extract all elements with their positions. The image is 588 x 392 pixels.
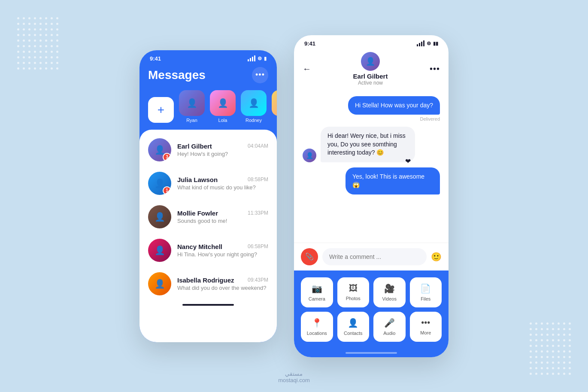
action-camera[interactable]: 📷 Camera [301, 277, 333, 307]
signal-icon [248, 55, 255, 61]
wifi-icon: ⊜ [258, 55, 262, 61]
back-button[interactable]: ← [303, 64, 311, 74]
paperclip-icon: 📎 [305, 252, 314, 261]
home-bar [182, 304, 234, 306]
chat-item-isabella[interactable]: 👤 Isabella Rodriguez 09:43PM What did yo… [139, 267, 277, 301]
chat-info-nancy: Nancy Mitchell 06:58PM Hi Tina. How's yo… [177, 243, 268, 258]
chat-time-nancy: 06:58PM [248, 243, 268, 249]
chat-avatar-earl: 👤 3 [148, 138, 171, 161]
story-avatar-susie: 👤 [272, 90, 277, 116]
chat-header: ← 👤 Earl Gilbert Active now ••• [294, 49, 449, 91]
chat-preview-mollie: Sounds good to me! [177, 218, 268, 224]
home-indicator-chat [294, 349, 449, 357]
chat-more-options-button[interactable]: ••• [430, 64, 440, 74]
chat-name-mollie: Mollie Fowler [177, 210, 218, 217]
chat-name-julia: Julia Lawson [177, 176, 218, 183]
chat-preview-earl: Hey! How's it going? [177, 151, 268, 157]
phone-chat: 9:41 ⊜ ▮▮ ← 👤 Earl Gilbert Active [294, 35, 449, 357]
wifi-icon-chat: ⊜ [427, 40, 431, 46]
messages-area: Hi Stella! How was your day? Delivered 👤… [294, 91, 449, 243]
action-contacts[interactable]: 👤 Contacts [337, 312, 370, 342]
files-icon: 📄 [420, 283, 431, 294]
chat-info-earl: Earl Gilbert 04:04AM Hey! How's it going… [177, 143, 268, 157]
action-locations[interactable]: 📍 Locations [301, 312, 333, 342]
watermark-name: مستقي [278, 371, 310, 377]
videos-icon: 🎥 [384, 283, 395, 294]
watermark-url: mostaqi.com [278, 377, 310, 383]
more-icon: ••• [421, 318, 430, 328]
chat-item-nancy[interactable]: 👤 Nancy Mitchell 06:58PM Hi Tina. How's … [139, 234, 277, 267]
chat-info-isabella: Isabella Rodriguez 09:43PM What did you … [177, 277, 268, 291]
story-name-lola: Lola [218, 118, 227, 123]
chat-name-earl: Earl Gilbert [177, 143, 212, 150]
status-bar-messages: 9:41 ⊜ ▮ [139, 50, 277, 64]
message-bubble-in-1: Hi dear! Wery nice, but i miss you, Do y… [321, 127, 415, 162]
action-photos[interactable]: 🖼 Photos [337, 277, 370, 307]
message-out-1: Hi Stella! How was your day? Delivered [303, 96, 440, 122]
action-videos[interactable]: 🎥 Videos [373, 277, 406, 307]
messages-title: Messages [148, 68, 206, 82]
message-delivered-status: Delivered [420, 116, 440, 122]
badge-earl: 3 [163, 153, 171, 161]
more-options-button[interactable]: ••• [252, 67, 268, 83]
home-indicator-messages [139, 301, 277, 309]
photos-label: Photos [346, 296, 361, 301]
files-label: Files [421, 296, 430, 301]
story-item-rodney[interactable]: 👤 Rodney [241, 90, 267, 123]
add-story-button[interactable]: + [148, 97, 174, 123]
audio-label: Audio [383, 331, 395, 336]
chat-avatar-isabella: 👤 [148, 272, 171, 295]
story-row: + 👤 Ryan 👤 Lola 👤 Rodney [139, 88, 277, 130]
emoji-button[interactable]: 🙂 [431, 252, 442, 262]
chat-item-mollie[interactable]: 👤 Mollie Fowler 11:33PM Sounds good to m… [139, 200, 277, 234]
decorative-dots-right: for(let i=0;i<80;i++) document.write('<d… [530, 322, 571, 375]
time-chat: 9:41 [304, 40, 315, 47]
story-item-ryan[interactable]: 👤 Ryan [179, 90, 205, 123]
camera-label: Camera [309, 296, 325, 301]
message-bubble-out-2: Yes, look! This is awesome 😱 [346, 167, 440, 194]
plus-icon: + [158, 103, 164, 117]
story-avatar-rodney: 👤 [241, 90, 267, 116]
home-bar-chat [346, 352, 397, 354]
message-out-2: Yes, look! This is awesome 😱 [303, 167, 440, 194]
phones-container: 9:41 ⊜ ▮ Messages ••• + [139, 35, 449, 357]
more-label: More [420, 330, 431, 335]
chat-name-nancy: Nancy Mitchell [177, 243, 222, 250]
message-in-1: 👤 Hi dear! Wery nice, but i miss you, Do… [303, 127, 440, 162]
chat-item-earl[interactable]: 👤 3 Earl Gilbert 04:04AM Hey! How's it g… [139, 133, 277, 167]
watermark: مستقي mostaqi.com [278, 371, 310, 383]
story-item-susie[interactable]: 👤 Susie [272, 90, 277, 123]
message-reaction: ❤ [405, 157, 411, 166]
locations-label: Locations [307, 331, 327, 336]
chat-preview-isabella: What did you do over the weekend? [177, 285, 268, 291]
time-messages: 9:41 [150, 55, 161, 62]
action-more[interactable]: ••• More [410, 312, 442, 342]
battery-icon: ▮ [264, 56, 267, 61]
action-audio[interactable]: 🎤 Audio [373, 312, 406, 342]
story-item-lola[interactable]: 👤 Lola [210, 90, 236, 123]
header-contact: 👤 Earl Gilbert Active now [316, 52, 424, 86]
contacts-label: Contacts [344, 331, 362, 336]
header-contact-status: Active now [358, 80, 383, 86]
action-files[interactable]: 📄 Files [410, 277, 442, 307]
message-bubble-out-1: Hi Stella! How was your day? [348, 96, 440, 115]
message-input[interactable] [322, 248, 427, 265]
chat-item-julia[interactable]: 👤 1 Julia Lawson 08:58PM What kind of mu… [139, 167, 277, 200]
chat-preview-julia: What kind of music do you like? [177, 184, 268, 191]
status-bar-chat: 9:41 ⊜ ▮▮ [294, 35, 449, 49]
action-grid: 📷 Camera 🖼 Photos 🎥 Videos 📄 Files 📍 Loc… [294, 270, 449, 349]
chat-list: 👤 3 Earl Gilbert 04:04AM Hey! How's it g… [139, 130, 277, 342]
chat-info-julia: Julia Lawson 08:58PM What kind of music … [177, 176, 268, 191]
status-icons-chat: ⊜ ▮▮ [417, 40, 438, 46]
chat-time-isabella: 09:43PM [248, 277, 268, 283]
chat-time-mollie: 11:33PM [248, 210, 268, 216]
contacts-icon: 👤 [348, 318, 358, 328]
message-in-avatar: 👤 [303, 149, 316, 162]
attach-button[interactable]: 📎 [301, 248, 318, 265]
message-input-area: 📎 🙂 [294, 243, 449, 270]
story-name-ryan: Ryan [186, 118, 197, 123]
story-name-rodney: Rodney [246, 118, 262, 123]
status-icons-messages: ⊜ ▮ [248, 55, 267, 61]
badge-julia: 1 [163, 186, 171, 195]
battery-icon-chat: ▮▮ [433, 41, 438, 46]
